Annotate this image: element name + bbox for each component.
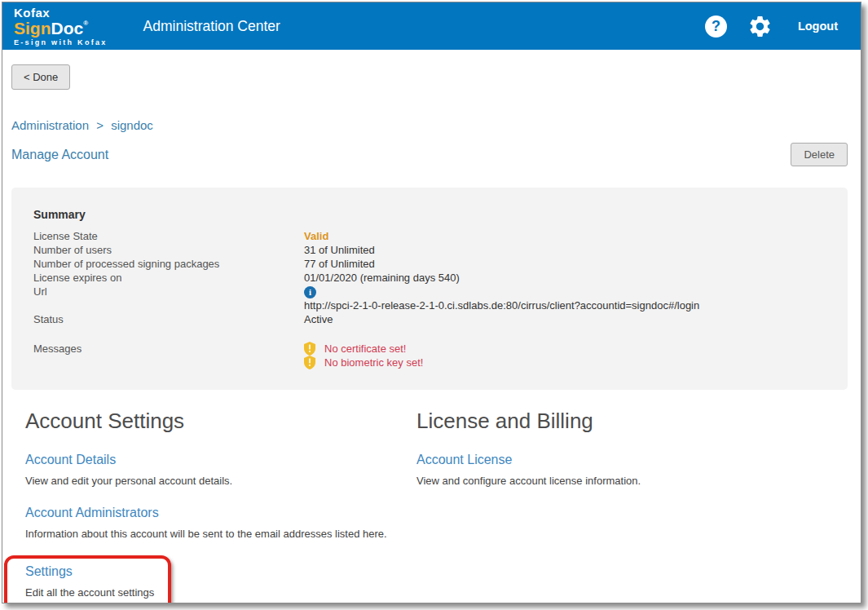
main-content: < Done Administration > signdoc Manage A… bbox=[2, 50, 861, 603]
license-billing-section: License and Billing Account License View… bbox=[416, 409, 641, 603]
account-settings-section: Account Settings Account Details View an… bbox=[25, 409, 416, 603]
users-value: 31 of Unlimited bbox=[304, 243, 375, 257]
logo-tagline: E-sign with Kofax bbox=[14, 39, 108, 46]
header-actions: ? Logout bbox=[705, 14, 838, 39]
summary-heading: Summary bbox=[33, 208, 831, 221]
delete-button[interactable]: Delete bbox=[791, 143, 848, 166]
settings-description: Edit all the account settings bbox=[25, 586, 160, 599]
help-icon[interactable]: ? bbox=[705, 15, 727, 38]
summary-row-packages: Number of processed signing packages 77 … bbox=[33, 257, 831, 271]
summary-row-expires: License expires on 01/01/2020 (remaining… bbox=[33, 271, 831, 285]
account-url: http://spci-2-1-0-release-2-1-0.ci.sdlab… bbox=[304, 298, 699, 312]
breadcrumb: Administration > signdoc bbox=[11, 118, 848, 132]
app-header: Kofax SignDoc® E-sign with Kofax Adminis… bbox=[2, 2, 861, 50]
logo-kofax: Kofax bbox=[14, 7, 108, 19]
settings-item-highlighted: Settings Edit all the account settings bbox=[4, 555, 171, 603]
summary-row-messages: Messages No certificate set! No biometri… bbox=[33, 342, 831, 369]
packages-value: 77 of Unlimited bbox=[304, 257, 375, 271]
registered-mark: ® bbox=[83, 20, 88, 27]
app-title: Administration Center bbox=[143, 18, 280, 35]
logo-signdoc: SignDoc® bbox=[14, 20, 108, 37]
account-license-description: View and configure account license infor… bbox=[416, 475, 641, 487]
logout-button[interactable]: Logout bbox=[798, 20, 838, 33]
account-settings-heading: Account Settings bbox=[25, 409, 416, 434]
account-details-item: Account Details View and edit your perso… bbox=[25, 453, 416, 487]
account-details-description: View and edit your personal account deta… bbox=[25, 475, 416, 487]
breadcrumb-separator: > bbox=[96, 118, 104, 132]
summary-panel: Summary License State Valid Number of us… bbox=[11, 188, 848, 390]
summary-row-users: Number of users 31 of Unlimited bbox=[33, 243, 831, 257]
page-title: Manage Account bbox=[11, 148, 108, 162]
page-title-row: Manage Account Delete bbox=[11, 143, 848, 166]
breadcrumb-account: signdoc bbox=[111, 118, 153, 132]
message-no-certificate: No certificate set! bbox=[304, 342, 423, 356]
account-details-link[interactable]: Account Details bbox=[25, 453, 116, 467]
warning-shield-icon bbox=[304, 356, 315, 369]
settings-link[interactable]: Settings bbox=[25, 564, 73, 579]
account-administrators-item: Account Administrators Information about… bbox=[25, 506, 416, 540]
status-value: Active bbox=[304, 312, 333, 326]
summary-row-url: Url i http://spci-2-1-0-release-2-1-0.ci… bbox=[33, 285, 831, 312]
message-no-biometric-key: No biometric key set! bbox=[304, 356, 423, 369]
summary-row-license-state: License State Valid bbox=[33, 229, 831, 243]
warning-shield-icon bbox=[304, 342, 315, 356]
account-license-link[interactable]: Account License bbox=[416, 453, 512, 467]
summary-spacer bbox=[33, 326, 831, 342]
license-billing-heading: License and Billing bbox=[416, 409, 641, 434]
account-license-item: Account License View and configure accou… bbox=[416, 453, 641, 487]
account-administrators-description: Information about this account will be s… bbox=[25, 528, 416, 540]
messages-list: No certificate set! No biometric key set… bbox=[304, 342, 423, 369]
app-window: Kofax SignDoc® E-sign with Kofax Adminis… bbox=[2, 2, 861, 603]
done-button[interactable]: < Done bbox=[11, 64, 70, 90]
breadcrumb-administration[interactable]: Administration bbox=[11, 118, 89, 132]
account-administrators-link[interactable]: Account Administrators bbox=[25, 506, 159, 520]
settings-columns: Account Settings Account Details View an… bbox=[11, 409, 848, 603]
kofax-signdoc-logo: Kofax SignDoc® E-sign with Kofax bbox=[14, 7, 108, 46]
license-state-value: Valid bbox=[304, 229, 328, 243]
info-icon[interactable]: i bbox=[304, 286, 316, 298]
expires-value: 01/01/2020 (remaining days 540) bbox=[304, 271, 460, 285]
summary-row-status: Status Active bbox=[33, 312, 831, 326]
gear-icon[interactable] bbox=[747, 14, 773, 39]
